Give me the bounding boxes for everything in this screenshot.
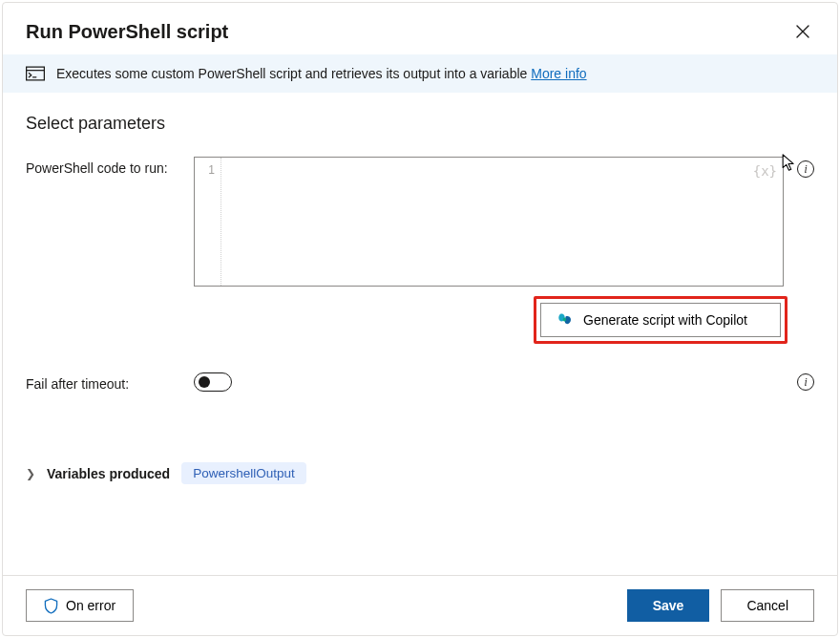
code-gutter: 1 [195, 158, 221, 286]
close-button[interactable] [791, 20, 814, 43]
timeout-row: Fail after timeout: i [26, 372, 814, 392]
section-title: Select parameters [26, 114, 814, 134]
dialog-header: Run PowerShell script [3, 3, 837, 54]
info-banner-message: Executes some custom PowerShell script a… [56, 66, 531, 81]
powershell-icon [26, 66, 45, 81]
more-info-link[interactable]: More info [531, 66, 586, 81]
shield-icon [44, 598, 58, 614]
dialog-footer: On error Save Cancel [3, 575, 837, 635]
copilot-button-label: Generate script with Copilot [583, 312, 747, 328]
code-editor[interactable]: 1 {x} [194, 157, 784, 287]
info-banner: Executes some custom PowerShell script a… [3, 54, 837, 93]
dialog-body: Select parameters PowerShell code to run… [3, 93, 837, 575]
cancel-button[interactable]: Cancel [721, 589, 814, 622]
insert-variable-icon[interactable]: {x} [753, 163, 777, 179]
timeout-info-icon[interactable]: i [797, 373, 814, 391]
line-number: 1 [195, 163, 215, 177]
timeout-label: Fail after timeout: [26, 372, 194, 392]
variable-chip[interactable]: PowershellOutput [181, 462, 306, 484]
dialog-title: Run PowerShell script [26, 21, 228, 43]
code-info-icon[interactable]: i [797, 160, 814, 178]
on-error-label: On error [66, 598, 116, 613]
timeout-toggle[interactable] [194, 372, 232, 392]
variables-produced-label: Variables produced [47, 466, 170, 481]
generate-with-copilot-button[interactable]: Generate script with Copilot [540, 303, 781, 337]
tutorial-highlight: Generate script with Copilot [534, 296, 788, 344]
code-label: PowerShell code to run: [26, 157, 194, 176]
code-param-row: PowerShell code to run: 1 {x} [26, 157, 814, 344]
variables-produced-row[interactable]: ❯ Variables produced PowershellOutput [26, 462, 814, 484]
save-button[interactable]: Save [627, 589, 710, 622]
on-error-button[interactable]: On error [26, 589, 134, 622]
info-banner-text: Executes some custom PowerShell script a… [56, 66, 587, 81]
copilot-icon [556, 311, 574, 329]
chevron-right-icon: ❯ [26, 467, 35, 480]
close-icon [796, 25, 809, 38]
code-textarea[interactable] [221, 158, 783, 286]
run-powershell-dialog: Run PowerShell script Executes some cust… [2, 2, 838, 636]
